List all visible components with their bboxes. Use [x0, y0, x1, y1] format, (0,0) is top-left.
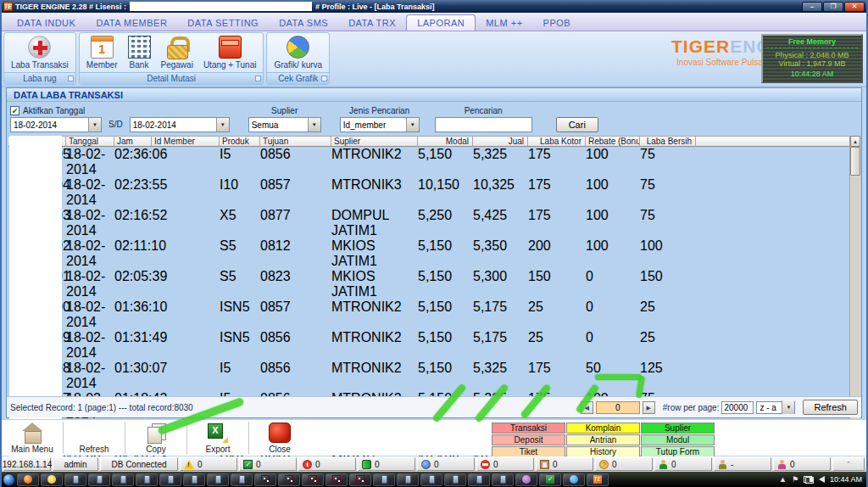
chevron-down-icon[interactable]: ▼ — [406, 118, 419, 132]
taskbar-item-red[interactable] — [254, 473, 276, 486]
tab-data-induk[interactable]: DATA INDUK — [7, 15, 86, 31]
start-button[interactable] — [3, 473, 15, 486]
taskbar-item-red[interactable] — [349, 473, 371, 486]
taskbar-item-phone[interactable] — [444, 473, 466, 486]
tab-laporan[interactable]: LAPORAN — [406, 14, 476, 31]
taskbar-item-red[interactable] — [326, 473, 348, 486]
tab-ppob[interactable]: PPOB — [533, 15, 581, 31]
chevron-down-icon[interactable]: ▼ — [88, 118, 101, 132]
tab-data-trx[interactable]: DATA TRX — [338, 15, 406, 31]
taskbar-item-phone[interactable] — [136, 473, 158, 486]
table-row[interactable]: ✔399770118-02-201402:05:39S50823MKIOS JA… — [8, 269, 860, 299]
group-launcher-icon[interactable] — [321, 76, 327, 81]
taskbar-item-firefox[interactable] — [17, 473, 39, 486]
flag-icon[interactable]: ⚑ — [792, 475, 798, 484]
page-number-box[interactable]: 0 — [596, 401, 640, 414]
laba-transaksi-button[interactable]: Laba Transaksi — [11, 36, 69, 70]
bank-button[interactable]: Bank — [128, 36, 151, 70]
minimize-button[interactable]: – — [802, 2, 822, 12]
pegawai-button[interactable]: Pegawai — [161, 36, 193, 70]
column-header-rebate-bonus[interactable]: Rebate (Bonus) — [586, 136, 640, 147]
tab-data-setting[interactable]: DATA SETTING — [177, 15, 269, 31]
row-per-page-input[interactable] — [721, 401, 754, 414]
group-launcher-icon[interactable] — [255, 76, 261, 81]
quick-modul-button[interactable]: Modul — [641, 434, 715, 445]
taskbar-item-red[interactable] — [302, 473, 324, 486]
page-next-button[interactable]: ▶ — [643, 401, 655, 414]
pencarian-input[interactable] — [435, 117, 532, 132]
taskbar-item-phone[interactable] — [88, 473, 110, 486]
status-collapse-button[interactable]: ⌃ — [832, 457, 865, 471]
export-button[interactable]: Export — [187, 420, 248, 456]
main-menu-button[interactable]: Main Menu — [2, 420, 63, 456]
date-to-select[interactable]: 18-02-2014 ▼ — [130, 117, 230, 132]
column-header-laba-bersih[interactable]: Laba Bersih — [640, 136, 696, 147]
grid-refresh-button[interactable]: Refresh — [803, 400, 858, 415]
table-row[interactable]: ✔399769918-02-201401:31:49ISN50856MTRONI… — [8, 330, 860, 361]
column-header-jual[interactable]: Jual — [473, 136, 528, 147]
taskbar-item-phone[interactable] — [468, 473, 490, 486]
taskbar-item-phone[interactable] — [492, 473, 514, 486]
speaker-icon[interactable] — [819, 476, 825, 483]
tab-data-member[interactable]: DATA MEMBER — [86, 15, 177, 31]
taskbar-item-phone[interactable] — [183, 473, 205, 486]
taskbar-item-chat[interactable] — [563, 473, 585, 486]
table-row[interactable]: ✔399770318-02-201402:16:52X50877DOMPUL J… — [8, 208, 860, 238]
chevron-down-icon[interactable]: ▼ — [782, 400, 794, 414]
column-header-tanggal[interactable]: Tanggal — [66, 136, 114, 147]
taskbar-item-purple[interactable] — [515, 473, 537, 486]
tab-mlm[interactable]: MLM ++ — [476, 15, 532, 31]
column-header-suplier[interactable]: Suplier — [331, 136, 418, 147]
column-header-modal[interactable]: Modal — [418, 136, 473, 147]
taskbar-item-phone[interactable] — [159, 473, 181, 486]
taskbar-item-phone[interactable] — [231, 473, 253, 486]
sort-order-select[interactable]: z - a ▼ — [756, 401, 795, 414]
table-row[interactable]: ✔399770518-02-201402:36:06I50856MTRONIK2… — [8, 147, 860, 177]
table-row[interactable]: ✔399770218-02-201402:11:10S50812MKIOS JA… — [8, 238, 860, 269]
column-header-id-member[interactable]: Id Member — [152, 136, 220, 147]
scroll-up-icon[interactable]: ▲ — [850, 136, 860, 147]
taskbar-item-phone[interactable] — [207, 473, 229, 486]
taskbar-item-phone[interactable] — [397, 473, 419, 486]
chevron-down-icon[interactable]: ▼ — [216, 118, 229, 132]
taskbar-item-phone[interactable] — [112, 473, 134, 486]
tab-data-sms[interactable]: DATA SMS — [269, 15, 338, 31]
jenis-pencarian-select[interactable]: Id_member ▼ — [340, 117, 420, 132]
quick-komplain-button[interactable]: Komplain — [566, 423, 640, 434]
quick-suplier-button[interactable]: Suplier — [641, 423, 715, 434]
taskbar-item-phone[interactable] — [64, 473, 86, 486]
date-from-select[interactable]: 18-02-2014 ▼ — [10, 117, 102, 132]
quick-transaksi-button[interactable]: Transaksi — [492, 423, 565, 434]
member-button[interactable]: Member — [86, 36, 118, 70]
column-header-tujuan[interactable]: Tujuan — [260, 136, 331, 147]
chevron-down-icon[interactable]: ▼ — [308, 118, 320, 132]
scrollbar-thumb[interactable] — [850, 147, 860, 176]
taskbar-item-greencheck[interactable]: ✓ — [539, 473, 561, 486]
refresh-button[interactable]: Refresh — [64, 420, 125, 456]
taskbar-item-phone[interactable] — [373, 473, 395, 486]
cari-button[interactable]: Cari — [556, 117, 598, 132]
utang-tunai-button[interactable]: Utang + Tunai — [203, 36, 257, 70]
taskbar-item-red[interactable] — [278, 473, 300, 486]
suplier-select[interactable]: Semua ▼ — [248, 117, 321, 132]
group-launcher-icon[interactable] — [68, 76, 74, 81]
grafik-kurva-button[interactable]: Grafik/ kurva — [274, 36, 322, 70]
taskbar-clock[interactable]: 10:44 AM — [830, 475, 865, 484]
tray-expand-icon[interactable]: ▲ — [779, 475, 787, 484]
column-header-jam[interactable]: Jam — [114, 136, 152, 147]
cell-tanggal: 18-02-2014 — [66, 299, 114, 330]
table-row[interactable]: ✔399769818-02-201401:30:07I50856MTRONIK2… — [8, 361, 860, 391]
aktifkan-tanggal-checkbox[interactable]: ✔ Aktifkan Tanggal — [10, 106, 102, 115]
taskbar-item-smiley[interactable] — [41, 473, 63, 486]
quick-antrian-button[interactable]: Antrian — [566, 434, 640, 445]
column-header-produk[interactable]: Produk — [220, 136, 260, 147]
quick-deposit-button[interactable]: Deposit — [492, 434, 565, 445]
close-button[interactable]: Close — [249, 420, 310, 456]
taskbar-item-phone[interactable] — [420, 473, 442, 486]
close-button[interactable]: ✕ — [844, 2, 865, 12]
taskbar-item-tiger[interactable]: TE — [587, 473, 609, 486]
table-row[interactable]: ✔399770018-02-201401:36:10ISN50857MTRONI… — [8, 299, 860, 330]
table-row[interactable]: ✔399770418-02-201402:23:55I100857MTRONIK… — [8, 177, 860, 208]
column-header-laba-kotor[interactable]: Laba Kotor — [528, 136, 586, 147]
maximize-button[interactable]: ❐ — [823, 2, 843, 12]
